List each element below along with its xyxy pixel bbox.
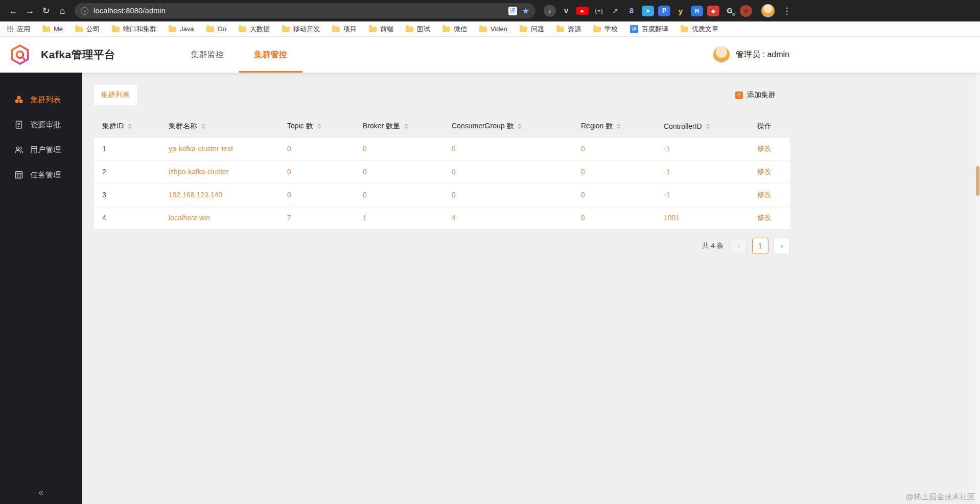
column-topic-count[interactable]: Topic 数 [279,116,355,137]
browser-profile-avatar[interactable] [761,4,775,17]
refresh-icon[interactable]: ↻ [38,3,54,19]
folder-icon [169,27,176,32]
tab-cluster-list[interactable]: 集群列表 [94,85,137,105]
cell-controller-id: -1 [656,160,749,183]
bookmark-item[interactable]: 端口和集群 [112,25,156,34]
column-cluster-id[interactable]: 集群ID [94,116,160,137]
cluster-name-link[interactable]: 192.168.123.140 [160,183,279,206]
user-block[interactable]: 管理员 : admin [713,47,789,63]
tab-cluster-monitor[interactable]: 集群监控 [176,37,239,73]
bookmark-label: 百度翻译 [642,25,668,34]
pagination-prev-button[interactable]: ‹ [731,238,747,254]
pagination-page-1-button[interactable]: 1 [752,238,768,254]
scrollbar-track[interactable] [975,37,980,504]
sort-icon[interactable] [317,123,321,129]
folder-icon [593,27,601,32]
h-extension-icon[interactable]: H [691,6,703,16]
bookmark-item-baidu-translate[interactable]: 译 百度翻译 [630,25,668,34]
edit-link[interactable]: 修改 [749,206,790,229]
home-icon[interactable]: ⌂ [54,3,71,19]
bookmark-label: 大数据 [250,25,270,34]
bookmark-item[interactable]: 前端 [369,25,393,34]
red-extension-icon[interactable]: ◆ [707,6,719,16]
column-controller-id[interactable]: ControllerID [656,116,749,137]
translate-icon[interactable]: 译 [508,7,517,15]
bookmark-item[interactable]: Java [169,25,194,33]
octopus-extension-icon[interactable]: ◉ [740,5,752,17]
cell-consumergroup-count: 4 [444,206,573,229]
bookmark-item[interactable]: 项目 [332,25,357,34]
column-consumergroup-count[interactable]: ConsumerGroup 数 [444,116,573,137]
sort-icon[interactable] [404,123,408,129]
cell-consumergroup-count: 0 [444,160,573,183]
route-extension-icon[interactable]: ↗ [609,5,621,17]
bookmark-item[interactable]: 优质文章 [681,25,718,34]
bookmark-item[interactable]: 大数据 [239,25,270,34]
sort-icon[interactable] [518,123,522,129]
sidebar-item-cluster-list[interactable]: 集群列表 [0,92,82,107]
back-icon[interactable]: ← [5,3,21,19]
kafka-platform-logo-icon [9,44,31,65]
bookmarks-bar: 应用 Me 公司 端口和集群 Java Go 大数据 移动开发 项目 前端 面试… [0,21,980,37]
audio-extension-icon[interactable]: ♪ [544,5,556,17]
table-body: 1 yp-kafka-cluster-test 0 0 0 0 -1 修改 2 … [94,137,790,229]
sort-icon[interactable] [617,123,621,129]
sidebar-item-resource-approval[interactable]: 资源审批 [0,117,82,132]
watermark-text: @稀土掘金技术社区 [906,492,975,502]
url-text[interactable]: localhost:8080/admin [94,7,166,15]
bookmark-item[interactable]: 移动开发 [282,25,320,34]
bookmark-item-apps[interactable]: 应用 [7,25,30,34]
sidebar-collapse-icon[interactable]: « [0,487,82,498]
page-info-icon[interactable]: i [81,7,88,15]
column-region-count[interactable]: Region 数 [573,116,656,137]
edit-link[interactable]: 修改 [749,160,790,183]
bookmark-star-icon[interactable]: ★ [522,6,529,16]
browser-menu-icon[interactable]: ⋮ [779,3,795,19]
cluster-name-link[interactable]: localhost-win [160,206,279,229]
bookmark-item[interactable]: 面试 [406,25,430,34]
bookmark-item[interactable]: 学校 [593,25,618,34]
sort-icon[interactable] [706,123,710,129]
bookmark-item[interactable]: Me [42,25,63,33]
grid-table-icon [14,170,24,179]
youtube-icon[interactable]: ▶ [576,7,589,15]
g-extension-icon[interactable]: G [724,5,736,17]
y-extension-icon[interactable]: y [674,5,687,17]
add-cluster-button[interactable]: + 添加集群 [735,90,776,100]
column-broker-count[interactable]: Broker 数量 [355,116,444,137]
sidebar-item-user-management[interactable]: 用户管理 [0,142,82,157]
bookmark-item[interactable]: 资源 [556,25,581,34]
table-header-row: 集群ID 集群名称 Topic 数 Broker 数量 ConsumerGrou… [94,116,790,137]
cluster-name-link[interactable]: lzhpo-kafka-cluster [160,160,279,183]
bookmark-item[interactable]: Go [206,25,226,33]
column-cluster-name[interactable]: 集群名称 [160,116,279,137]
cluster-name-link[interactable]: yp-kafka-cluster-test [160,137,279,160]
bookmark-item[interactable]: 问题 [520,25,544,34]
json-extension-icon[interactable]: {≡} [593,5,605,17]
telegram-extension-icon[interactable]: ➤ [642,6,654,16]
scrollbar-thumb[interactable] [976,166,979,196]
pagination-next-button[interactable]: › [774,238,790,254]
sort-icon[interactable] [201,123,205,129]
app-title: Kafka管理平台 [41,48,115,62]
forward-icon[interactable]: → [21,3,38,19]
edit-link[interactable]: 修改 [749,183,790,206]
bookmark-label: 前端 [380,25,393,34]
column-label: 操作 [757,122,772,131]
sidebar-item-label: 用户管理 [30,145,61,155]
bookmark-item[interactable]: 公司 [75,25,100,34]
sort-icon[interactable] [128,123,132,129]
bookmark-item[interactable]: Video [479,25,507,33]
user-avatar[interactable] [713,47,730,63]
blue-8-extension-icon[interactable]: 8 [625,5,638,17]
edit-link[interactable]: 修改 [749,137,790,160]
p-extension-icon[interactable]: P [658,6,670,16]
bookmark-item[interactable]: 微信 [442,25,467,34]
folder-icon [520,27,527,32]
bookmark-label: 学校 [604,25,618,34]
tab-cluster-manage[interactable]: 集群管控 [239,37,302,73]
address-bar[interactable]: i localhost:8080/admin 译 ★ [75,3,535,18]
app-header: Kafka管理平台 集群监控 集群管控 管理员 : admin [0,37,980,73]
v-extension-icon[interactable]: V [560,5,572,17]
sidebar-item-task-management[interactable]: 任务管理 [0,167,82,182]
